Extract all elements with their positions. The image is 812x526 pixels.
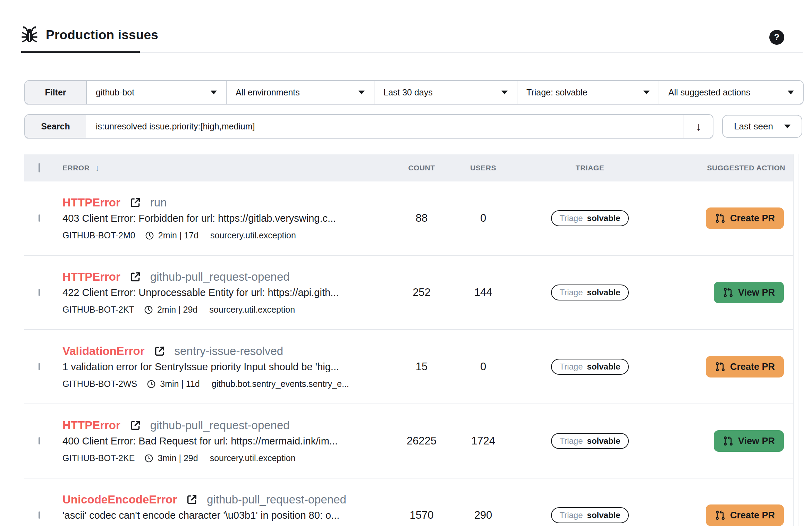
row-checkbox-cell (24, 215, 62, 221)
chevron-down-icon (788, 91, 794, 94)
error-type-link[interactable]: ValidationError (62, 345, 145, 358)
environment-dropdown[interactable]: All environments (226, 81, 374, 104)
project-dropdown[interactable]: github-bot (86, 81, 226, 104)
triage-cell: Triage solvable (551, 210, 628, 226)
error-title-line: UnicodeEncodeError github-pull_request-o… (62, 493, 385, 506)
error-message: 403 Client Error: Forbidden for url: htt… (62, 213, 385, 224)
clock-icon (144, 305, 153, 314)
sort-dropdown[interactable]: Last seen (722, 115, 802, 138)
error-title-line: HTTPError run (62, 196, 385, 209)
clock-icon (147, 380, 156, 389)
chevron-down-icon (358, 91, 365, 94)
scrollbar-gutter[interactable] (793, 154, 798, 526)
external-link-icon[interactable] (129, 197, 141, 209)
filter-label: Filter (25, 81, 86, 104)
help-icon[interactable]: ? (769, 30, 784, 45)
triage-badge[interactable]: Triage solvable (551, 285, 628, 300)
top-bar: Production issues ? (0, 0, 812, 53)
error-cell: HTTPError run 403 Client Error: Forbidde… (62, 196, 392, 240)
transaction-label: github-pull_request-opened (207, 493, 346, 506)
error-meta-line: GITHUB-BOT-2KT 2min | 29d sourcery.util.… (62, 305, 385, 315)
triage-badge[interactable]: Triage solvable (551, 210, 628, 226)
pull-request-icon (715, 510, 725, 520)
chevron-down-icon (501, 91, 508, 94)
error-type-link[interactable]: HTTPError (62, 270, 120, 283)
external-link-icon[interactable] (129, 419, 141, 431)
search-submit-button[interactable]: ↓ (684, 115, 713, 138)
row-checkbox[interactable] (39, 437, 40, 444)
error-meta-line: GITHUB-BOT-2M0 2min | 17d sourcery.util.… (62, 230, 385, 240)
triage-badge[interactable]: Triage solvable (551, 507, 628, 523)
triage-badge-label: Triage (559, 362, 583, 372)
triage-badge-label: Triage (559, 288, 583, 297)
active-tab-underline (21, 51, 140, 53)
error-title-line: ValidationError sentry-issue-resolved (62, 345, 385, 358)
issue-row[interactable]: HTTPError github-pull_request-opened 400… (24, 404, 793, 478)
error-type-link[interactable]: HTTPError (62, 196, 120, 209)
issue-culprit: sourcery.util.exception (209, 305, 295, 315)
divider-line (140, 52, 803, 53)
row-checkbox[interactable] (39, 289, 40, 296)
column-header-error[interactable]: ERROR ↓ (62, 163, 392, 173)
triage-badge[interactable]: Triage solvable (551, 359, 628, 375)
select-all-checkbox[interactable] (39, 163, 40, 172)
pr-action-button[interactable]: Create PR (706, 207, 784, 229)
error-message: 'ascii' codec can't encode character '\u… (62, 510, 385, 521)
search-row: Search ↓ Last seen (24, 114, 802, 138)
row-checkbox-cell (24, 364, 62, 370)
row-checkbox-cell (24, 438, 62, 444)
pr-action-button[interactable]: Create PR (706, 356, 784, 377)
issue-culprit: sourcery.util.exception (210, 230, 296, 240)
column-header-count[interactable]: COUNT (392, 164, 451, 172)
triage-badge-label: Triage (559, 510, 583, 520)
issue-row[interactable]: UnicodeEncodeError github-pull_request-o… (24, 478, 793, 526)
triage-cell: Triage solvable (551, 507, 628, 523)
row-checkbox[interactable] (39, 363, 40, 370)
issue-culprit: github.bot.sentry_events.sentry_e... (212, 379, 349, 389)
row-checkbox-cell (24, 512, 62, 518)
issue-row[interactable]: ValidationError sentry-issue-resolved 1 … (24, 329, 793, 404)
action-cell: Create PR (706, 207, 793, 229)
triage-cell: Triage solvable (551, 433, 628, 449)
error-message: 400 Client Error: Bad Request for url: h… (62, 435, 385, 447)
error-message: 422 Client Error: Unprocessable Entity f… (62, 287, 385, 298)
issues-table: ERROR ↓ COUNT USERS TRIAGE SUGGESTED ACT… (24, 154, 793, 526)
issue-age: 2min | 29d (157, 305, 197, 315)
triage-dropdown[interactable]: Triage: solvable (517, 81, 659, 104)
search-input[interactable] (86, 115, 684, 138)
error-type-link[interactable]: HTTPError (62, 419, 120, 432)
date-range-dropdown[interactable]: Last 30 days (374, 81, 517, 104)
row-checkbox[interactable] (39, 214, 40, 222)
issue-row[interactable]: HTTPError github-pull_request-opened 422… (24, 255, 793, 329)
triage-dropdown-value: Triage: solvable (526, 87, 587, 97)
pr-action-button[interactable]: View PR (714, 282, 784, 303)
column-header-users[interactable]: USERS (451, 164, 515, 172)
error-cell: UnicodeEncodeError github-pull_request-o… (62, 493, 392, 526)
count-value: 15 (392, 360, 451, 373)
error-type-link[interactable]: UnicodeEncodeError (62, 493, 177, 506)
suggested-actions-dropdown-value: All suggested actions (668, 87, 750, 97)
project-dropdown-value: github-bot (96, 87, 134, 97)
issue-row[interactable]: HTTPError run 403 Client Error: Forbidde… (24, 181, 793, 255)
pull-request-icon (715, 362, 725, 372)
controls: Filter github-bot All environments Last … (24, 80, 812, 138)
column-header-suggested-action[interactable]: SUGGESTED ACTION (707, 164, 793, 172)
triage-badge-label: Triage (559, 213, 583, 223)
error-title-line: HTTPError github-pull_request-opened (62, 270, 385, 283)
external-link-icon[interactable] (129, 271, 141, 283)
page-title: Production issues (46, 28, 158, 42)
header-checkbox-cell (24, 164, 62, 172)
external-link-icon[interactable] (154, 345, 166, 357)
table-body: HTTPError run 403 Client Error: Forbidde… (24, 181, 793, 526)
suggested-actions-dropdown[interactable]: All suggested actions (659, 81, 803, 104)
row-checkbox[interactable] (39, 511, 40, 519)
column-header-triage[interactable]: TRIAGE (515, 164, 665, 172)
triage-badge[interactable]: Triage solvable (551, 433, 628, 449)
pr-action-button[interactable]: View PR (714, 430, 784, 452)
count-value: 88 (392, 212, 451, 224)
external-link-icon[interactable] (186, 494, 198, 506)
chevron-down-icon (784, 125, 790, 128)
error-meta-line: GITHUB-BOT-2WS 3min | 11d github.bot.sen… (62, 379, 385, 389)
pr-action-button[interactable]: Create PR (706, 504, 784, 526)
pull-request-icon (715, 213, 725, 223)
